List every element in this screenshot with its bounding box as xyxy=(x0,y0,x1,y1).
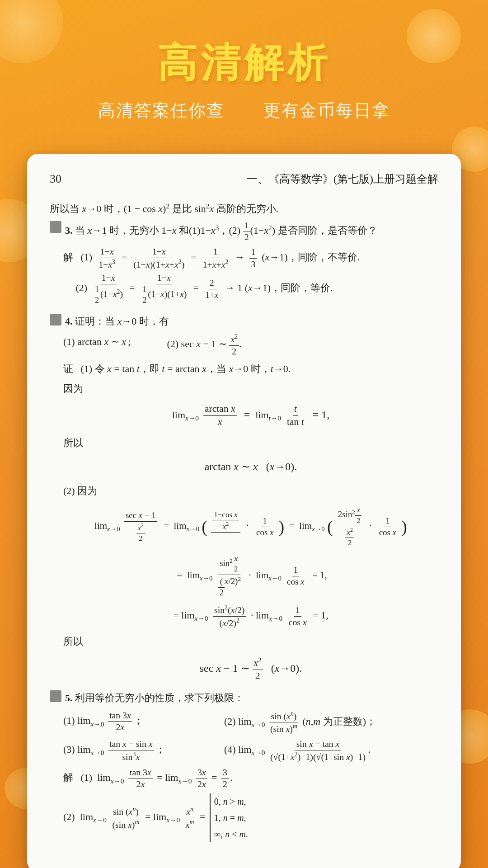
part-2-because: (2) 因为 xyxy=(63,482,438,499)
limit-sec: limx→0 sec x − 1 x22 = limx→0 ( 1−cos xx… xyxy=(63,505,438,547)
proof-intro: 证 (1) 令 x = tan t，即 t = arctan x，当 x→0 时… xyxy=(63,360,438,377)
part-5-1: (1) limx→0 tan 3x 2x ； xyxy=(63,710,206,735)
subtitle-left: 高清答案任你查 xyxy=(98,101,225,120)
therefore-2: 所以 xyxy=(63,633,438,650)
therefore-1: 所以 xyxy=(63,434,438,451)
problem-3-text: 3. 当 x→1 时，无穷小 1−x 和(1)1−x3，(2) 12(1−x2)… xyxy=(65,220,377,243)
problem-3-icon xyxy=(50,221,61,233)
problem-4-parts: (1) arctan x ∼ x ; (2) sec x − 1 ∼ x22. … xyxy=(63,333,438,682)
problem-3: 3. 当 x→1 时，无穷小 1−x 和(1)1−x3，(2) 12(1−x2)… xyxy=(50,220,438,306)
problem-4: 4. 证明：当 x→0 时，有 (1) arctan x ∼ x ; (2) s… xyxy=(50,313,438,683)
limit-arctan: limx→0 arctan x x = limt→0 t tan t = 1, xyxy=(63,403,438,428)
solution-3-2: (2) 1−x 12(1−x2) = 1−x 12(1−x)(1+x) = 21… xyxy=(63,273,438,306)
problem-4-icon xyxy=(50,314,61,326)
part-4-2: (2) sec x − 1 ∼ x22. xyxy=(167,333,241,357)
limit-sec-2: = limx→0 sin2x2 (2x/2)2 · limx→0 1 cos x… xyxy=(63,554,438,598)
problem-5-parts: (1) limx→0 tan 3x 2x ； (2) limx→0 sin (x… xyxy=(63,710,438,842)
part-5-4: (4) limx→0 sin x − tan x (√(1+x2)−1)(√(1… xyxy=(224,739,438,762)
solution-5-2: (2) limx→0 sin (xn) (sin x)m = limx→0 xn… xyxy=(63,793,438,842)
page-number: 30 xyxy=(50,172,61,186)
problem-4-text: 4. 证明：当 x→0 时，有 xyxy=(65,313,169,330)
part-4-1: (1) arctan x ∼ x ; xyxy=(63,333,131,357)
problem-3-header: 3. 当 x→1 时，无穷小 1−x 和(1)1−x3，(2) 12(1−x2)… xyxy=(50,220,438,243)
subtitle-right: 更有金币每日拿 xyxy=(263,101,390,120)
because-1: 因为 xyxy=(63,380,438,397)
problem-5: 5. 利用等价无穷小的性质，求下列极限： (1) limx→0 tan 3x 2… xyxy=(50,689,438,842)
problem-5-text: 5. 利用等价无穷小的性质，求下列极限： xyxy=(65,689,244,706)
result-sec: sec x − 1 ∼ x2 2 (x→0). xyxy=(63,656,438,682)
subtitle: 高清答案任你查 更有金币每日拿 xyxy=(18,99,470,122)
part-5-3: (3) limx→0 tan x − sin x sin3x ； xyxy=(63,739,206,762)
part-5-2: (2) limx→0 sin (xn) (sin x)m (n,m 为正整数)； xyxy=(224,710,438,735)
document-card: 30 一、《高等数学》(第七版)上册习题全解 所以当 x→0 时，(1 − co… xyxy=(27,154,461,868)
main-title: 高清解析 xyxy=(18,36,470,90)
header-section: 高清解析 高清答案任你查 更有金币每日拿 xyxy=(0,0,488,136)
book-title: 一、《高等数学》(第七版)上册习题全解 xyxy=(247,172,438,186)
intro-line: 所以当 x→0 时，(1 − cos x)2 是比 sin2x 高阶的无穷小. xyxy=(50,200,438,217)
problem-5-icon xyxy=(50,690,61,702)
problem-3-solution: 解 (1) 1−x1−x3 = 1−x(1−x)(1+x+x2) = 11+x+… xyxy=(63,246,438,306)
result-arctan: arctan x ∼ x (x→0). xyxy=(63,458,438,476)
solution-3-1: 解 (1) 1−x1−x3 = 1−x(1−x)(1+x+x2) = 11+x+… xyxy=(63,246,438,270)
limit-sec-step2: = limx→0 sin2(x/2) (x/2)2 · limx→0 1 cos… xyxy=(63,604,438,628)
problem-4-header: 4. 证明：当 x→0 时，有 xyxy=(50,313,438,330)
problem-5-header: 5. 利用等价无穷小的性质，求下列极限： xyxy=(50,689,438,706)
doc-content: 所以当 x→0 时，(1 − cos x)2 是比 sin2x 高阶的无穷小. … xyxy=(50,200,438,842)
solution-5-1: 解 (1) limx→0 tan 3x 2x = limx→0 3x 2x = … xyxy=(63,767,438,790)
doc-header: 30 一、《高等数学》(第七版)上册习题全解 xyxy=(50,172,438,191)
